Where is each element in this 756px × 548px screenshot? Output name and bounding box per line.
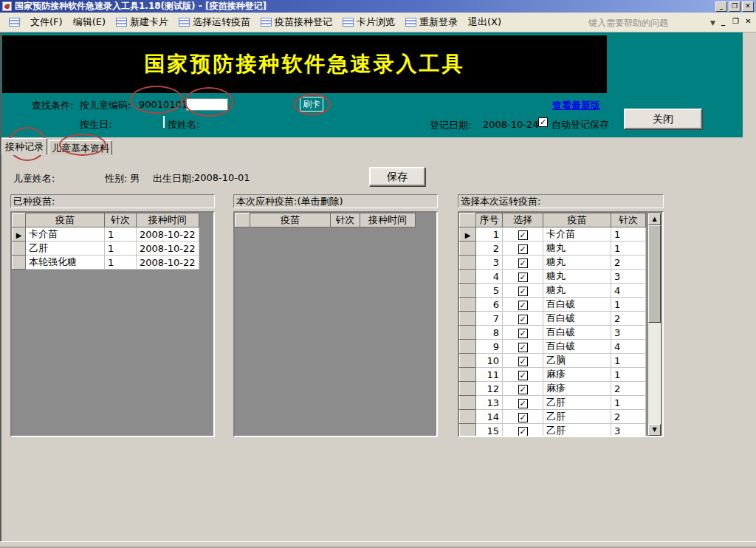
table-cell[interactable]: 2 xyxy=(476,242,503,256)
tab-vaccination-record[interactable]: 接种记录 xyxy=(1,138,47,155)
menu-card-browse[interactable]: 卡片浏览 xyxy=(337,13,400,31)
table-row[interactable]: 7✓百白破2 xyxy=(460,312,646,326)
scrollbar-thumb[interactable] xyxy=(648,225,661,323)
menu-edit[interactable]: 编辑(E) xyxy=(68,13,111,31)
table-cell[interactable]: 百白破 xyxy=(543,340,611,354)
table-row[interactable]: ▶卡介苗12008-10-22 xyxy=(13,227,199,242)
row-selector[interactable] xyxy=(460,382,476,396)
table-cell[interactable]: 11 xyxy=(476,368,503,382)
row-selector[interactable]: ▶ xyxy=(460,227,476,242)
table-cell[interactable]: 2 xyxy=(611,256,646,270)
row-selector[interactable] xyxy=(13,242,26,256)
table-cell[interactable]: 乙脑 xyxy=(543,354,611,368)
table-cell[interactable]: ✓ xyxy=(503,396,543,410)
row-selector[interactable] xyxy=(460,284,476,298)
row-selector[interactable] xyxy=(460,424,476,438)
table-cell[interactable]: ✓ xyxy=(503,312,543,326)
mdi-minimize-icon[interactable]: _ xyxy=(718,17,728,27)
table-cell[interactable]: 1 xyxy=(476,227,503,242)
table-cell[interactable]: 14 xyxy=(476,410,503,424)
vaccine-select-checkbox[interactable]: ✓ xyxy=(518,287,528,296)
table-cell[interactable]: 3 xyxy=(611,326,646,340)
row-selector[interactable] xyxy=(460,242,476,256)
vaccine-select-checkbox[interactable]: ✓ xyxy=(518,413,528,422)
table-cell[interactable]: ✓ xyxy=(503,270,543,284)
menu-relogin[interactable]: 重新登录 xyxy=(400,13,463,31)
menu-exit[interactable]: 退出(X) xyxy=(463,13,506,31)
vaccine-select-checkbox[interactable]: ✓ xyxy=(518,301,528,310)
table-cell[interactable]: 糖丸 xyxy=(543,270,611,284)
table-cell[interactable]: 2008-10-22 xyxy=(137,227,199,242)
table-cell[interactable]: 13 xyxy=(476,396,503,410)
table-cell[interactable]: 糖丸 xyxy=(543,256,611,270)
table-cell[interactable]: ✓ xyxy=(503,354,543,368)
table-cell[interactable]: 麻疹 xyxy=(543,382,611,396)
mdi-restore-icon[interactable]: ❐ xyxy=(731,17,740,27)
chevron-down-icon[interactable]: ▼ xyxy=(708,19,718,27)
table-row[interactable]: 4✓糖丸3 xyxy=(460,270,646,284)
table-cell[interactable]: ✓ xyxy=(503,410,543,424)
row-selector[interactable] xyxy=(460,256,476,270)
auto-save-checkbox[interactable]: ✓ xyxy=(538,117,548,127)
table-row[interactable]: 11✓麻疹1 xyxy=(460,368,646,382)
table-row[interactable]: 2✓糖丸1 xyxy=(460,242,646,256)
table-cell[interactable]: 3 xyxy=(476,256,503,270)
table-cell[interactable]: ✓ xyxy=(503,284,543,298)
vaccine-select-checkbox[interactable]: ✓ xyxy=(518,244,528,254)
table-cell[interactable]: ✓ xyxy=(503,242,543,256)
table-cell[interactable]: ✓ xyxy=(503,368,543,382)
table-cell[interactable]: 乙肝 xyxy=(543,396,611,410)
table-cell[interactable]: ✓ xyxy=(503,424,543,438)
row-selector[interactable] xyxy=(460,326,476,340)
row-selector[interactable] xyxy=(460,410,476,424)
save-button[interactable]: 保存 xyxy=(369,167,425,186)
row-selector[interactable] xyxy=(13,256,26,270)
vaccine-select-checkbox[interactable]: ✓ xyxy=(518,329,528,338)
table-cell[interactable]: 百白破 xyxy=(543,312,611,326)
vaccine-select-checkbox[interactable]: ✓ xyxy=(518,399,528,408)
vaccine-select-checkbox[interactable]: ✓ xyxy=(518,258,528,268)
table-cell[interactable]: 6 xyxy=(476,298,503,312)
scroll-down-icon[interactable]: ▼ xyxy=(648,424,661,436)
close-button[interactable]: 关闭 xyxy=(624,109,702,129)
table-cell[interactable]: 4 xyxy=(476,270,503,284)
table-cell[interactable]: ✓ xyxy=(503,382,543,396)
table-cell[interactable]: 麻疹 xyxy=(543,368,611,382)
table-cell[interactable]: 乙肝 xyxy=(543,410,611,424)
table-cell[interactable]: 乙肝 xyxy=(26,242,105,256)
vaccine-select-checkbox[interactable]: ✓ xyxy=(518,230,528,240)
table-cell[interactable]: 1 xyxy=(105,227,137,242)
table-cell[interactable]: 10 xyxy=(476,354,503,368)
help-question-input[interactable]: 键入需要帮助的问题 ▼ xyxy=(586,16,718,30)
table-row[interactable]: 13✓乙肝1 xyxy=(460,396,646,410)
row-selector[interactable] xyxy=(460,368,476,382)
row-selector[interactable] xyxy=(460,396,476,410)
vaccine-select-checkbox[interactable]: ✓ xyxy=(518,273,528,282)
table-cell[interactable]: 12 xyxy=(476,382,503,396)
table-cell[interactable]: 2 xyxy=(611,410,646,424)
menu-file[interactable]: 文件(F) xyxy=(25,13,68,31)
table-row[interactable]: ▶1✓卡介苗1 xyxy=(460,227,646,242)
mdi-child-icon[interactable] xyxy=(4,16,25,29)
row-selector[interactable]: ▶ xyxy=(13,227,26,242)
vertical-scrollbar[interactable]: ▲ ▼ xyxy=(648,213,661,436)
table-row[interactable]: 10✓乙脑1 xyxy=(460,354,646,368)
close-icon[interactable]: ✕ xyxy=(742,1,754,12)
table-cell[interactable]: 4 xyxy=(611,284,646,298)
table-cell[interactable]: 3 xyxy=(611,424,646,438)
table-row[interactable]: 14✓乙肝2 xyxy=(460,410,646,424)
table-cell[interactable]: 3 xyxy=(611,270,646,284)
table-row[interactable]: 3✓糖丸2 xyxy=(460,256,646,270)
table-cell[interactable]: 4 xyxy=(611,340,646,354)
table-row[interactable]: 15✓乙肝3 xyxy=(460,424,646,438)
scroll-up-icon[interactable]: ▲ xyxy=(648,213,661,225)
table-cell[interactable]: 15 xyxy=(476,424,503,438)
vaccine-select-checkbox[interactable]: ✓ xyxy=(518,315,528,324)
vaccine-select-checkbox[interactable]: ✓ xyxy=(518,371,528,380)
table-cell[interactable]: ✓ xyxy=(503,256,543,270)
table-cell[interactable]: 8 xyxy=(476,326,503,340)
table-cell[interactable]: 1 xyxy=(105,256,137,270)
table-row[interactable]: 9✓百白破4 xyxy=(460,340,646,354)
table-cell[interactable]: ✓ xyxy=(503,326,543,340)
table-cell[interactable]: 本轮强化糖 xyxy=(26,256,105,270)
